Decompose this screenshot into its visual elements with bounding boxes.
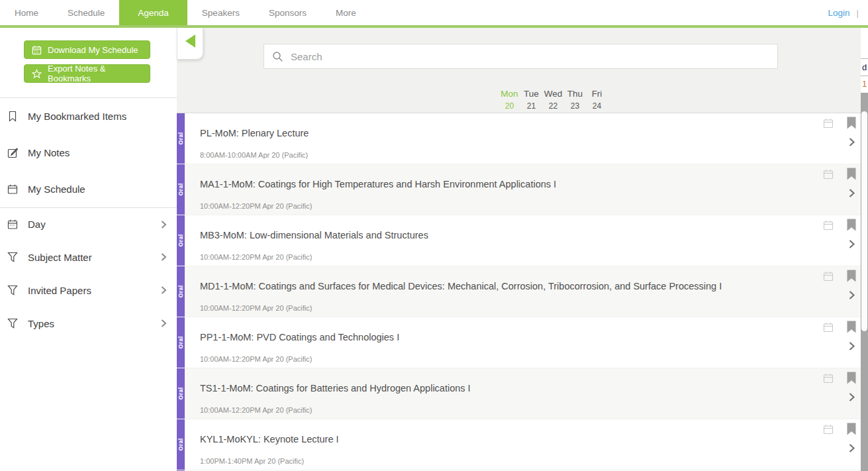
session-time: 10:00AM-12:20PM Apr 20 (Pacific) — [200, 355, 312, 363]
session-row[interactable]: Oral MA1-1-MoM: Coatings for High Temper… — [177, 164, 861, 215]
sidebar-item-label: Types — [28, 318, 54, 329]
clipped-text-fragment: d — [862, 62, 867, 72]
bookmark-icon[interactable] — [847, 270, 856, 285]
session-track-label: Oral — [177, 336, 184, 348]
bookmark-icon[interactable] — [847, 423, 856, 438]
calendar-icon[interactable] — [823, 322, 834, 335]
nav-divider: | — [857, 8, 859, 18]
nav-item-speakers[interactable]: Speakers — [187, 0, 254, 25]
day-tab-thu[interactable]: Thu 23 — [564, 89, 586, 111]
chevron-right-icon[interactable] — [847, 290, 855, 303]
export-notes-button[interactable]: Export Notes & Bookmarks — [24, 64, 150, 83]
scrollbar-thumb[interactable] — [861, 111, 867, 331]
session-row[interactable]: Oral KYL1-MoKYL: Keynote Lecture I 1:00P… — [177, 419, 861, 470]
chevron-right-icon[interactable] — [847, 341, 855, 354]
session-time: 8:00AM-10:00AM Apr 20 (Pacific) — [200, 151, 308, 159]
bookmark-icon[interactable] — [847, 321, 856, 336]
nav-item-home[interactable]: Home — [0, 0, 53, 25]
day-date: 24 — [586, 101, 608, 111]
nav-item-schedule[interactable]: Schedule — [53, 0, 119, 25]
session-track-bar: Oral — [177, 317, 185, 368]
session-title: MB3-MoM: Low-dimensional Materials and S… — [200, 230, 428, 240]
bookmark-icon[interactable] — [847, 168, 856, 183]
session-title: MA1-1-MoM: Coatings for High Temperature… — [200, 179, 556, 189]
download-schedule-button[interactable]: Download My Schedule — [24, 40, 150, 59]
sidebar-item-bookmarked[interactable]: My Bookmarked Items — [0, 98, 177, 134]
sidebar-item-day[interactable]: Day — [0, 207, 177, 240]
session-title: TS1-1-MoM: Coatings for Batteries and Hy… — [200, 383, 471, 393]
session-track-label: Oral — [177, 285, 184, 297]
day-tab-fri[interactable]: Fri 24 — [586, 89, 608, 111]
session-time: 10:00AM-12:20PM Apr 20 (Pacific) — [200, 202, 312, 210]
sidebar-item-types[interactable]: Types — [0, 307, 177, 340]
day-tab-wed[interactable]: Wed 22 — [542, 89, 564, 111]
calendar-icon[interactable] — [823, 373, 834, 386]
session-track-bar: Oral — [177, 164, 185, 215]
sidebar-item-my-schedule[interactable]: My Schedule — [0, 171, 177, 207]
chevron-right-icon — [160, 286, 168, 295]
day-tab-tue[interactable]: Tue 21 — [520, 89, 542, 111]
sidebar-item-invited-papers[interactable]: Invited Papers — [0, 274, 177, 307]
session-time: 10:00AM-12:20PM Apr 20 (Pacific) — [200, 304, 312, 312]
calendar-icon[interactable] — [823, 118, 834, 131]
calendar-icon[interactable] — [823, 271, 834, 284]
login-link[interactable]: Login — [828, 8, 850, 18]
sidebar-collapse-button[interactable] — [177, 28, 203, 60]
bookmark-icon[interactable] — [847, 219, 856, 234]
session-track-bar: Oral — [177, 368, 185, 419]
chevron-right-icon[interactable] — [847, 392, 855, 405]
calendar-icon[interactable] — [823, 220, 834, 233]
calendar-icon — [7, 219, 28, 230]
chevron-right-icon[interactable] — [847, 443, 855, 456]
day-date: 22 — [542, 101, 564, 111]
bookmark-icon[interactable] — [847, 372, 856, 387]
sidebar-item-label: Subject Matter — [28, 252, 92, 263]
session-track-label: Oral — [177, 183, 184, 195]
nav-item-more[interactable]: More — [321, 0, 371, 25]
session-row[interactable]: Oral MB3-MoM: Low-dimensional Materials … — [177, 215, 861, 266]
day-name: Wed — [542, 89, 564, 99]
session-track-label: Oral — [177, 132, 184, 144]
filter-icon — [7, 252, 28, 263]
day-name: Tue — [520, 89, 542, 99]
search-bar — [264, 44, 778, 69]
session-row[interactable]: Oral PL-MoM: Plenary Lecture 8:00AM-10:0… — [177, 113, 861, 164]
day-tab-mon[interactable]: Mon 20 — [499, 89, 520, 111]
calendar-icon[interactable] — [823, 424, 834, 437]
calendar-icon — [32, 45, 42, 55]
clipped-text-fragment: 1 — [862, 79, 867, 89]
sidebar-item-label: My Schedule — [28, 183, 85, 195]
chevron-right-icon[interactable] — [847, 239, 855, 252]
sidebar: Download My Schedule Export Notes & Book… — [0, 28, 177, 471]
sidebar-item-subject-matter[interactable]: Subject Matter — [0, 240, 177, 274]
day-tabs: Mon 20 Tue 21 Wed 22 Thu 23 Fri 24 — [499, 89, 608, 111]
session-row[interactable]: Oral MD1-1-MoM: Coatings and Surfaces fo… — [177, 266, 861, 317]
search-input[interactable] — [291, 51, 769, 62]
session-row[interactable]: Oral PP1-1-MoM: PVD Coatings and Technol… — [177, 317, 861, 368]
chevron-right-icon[interactable] — [847, 137, 855, 150]
day-date: 23 — [564, 101, 586, 111]
session-title: PP1-1-MoM: PVD Coatings and Technologies… — [200, 332, 399, 342]
nav-item-sponsors[interactable]: Sponsors — [254, 0, 321, 25]
day-name: Fri — [586, 89, 608, 99]
session-track-label: Oral — [177, 387, 184, 399]
bookmark-icon[interactable] — [847, 117, 856, 132]
day-date: 21 — [520, 101, 542, 111]
export-notes-label: Export Notes & Bookmarks — [48, 64, 150, 83]
chevron-right-icon — [160, 220, 168, 229]
main-panel: Mon 20 Tue 21 Wed 22 Thu 23 Fri 24 Oral … — [177, 28, 861, 471]
session-row[interactable]: Oral TS1-1-MoM: Coatings for Batteries a… — [177, 368, 861, 419]
filter-icon — [7, 285, 28, 296]
nav-item-agenda[interactable]: Agenda — [119, 0, 187, 25]
scrollbar-track[interactable] — [861, 93, 868, 471]
session-track-label: Oral — [177, 234, 184, 246]
chevron-right-icon[interactable] — [847, 188, 855, 201]
star-icon — [32, 69, 42, 79]
calendar-icon[interactable] — [823, 169, 834, 182]
session-title: MD1-1-MoM: Coatings and Surfaces for Med… — [200, 281, 722, 291]
sidebar-header: Download My Schedule Export Notes & Book… — [0, 28, 177, 98]
sidebar-item-notes[interactable]: My Notes — [0, 134, 177, 171]
clipped-divider — [861, 58, 868, 59]
download-schedule-label: Download My Schedule — [48, 45, 138, 55]
sidebar-item-label: Invited Papers — [28, 285, 91, 296]
